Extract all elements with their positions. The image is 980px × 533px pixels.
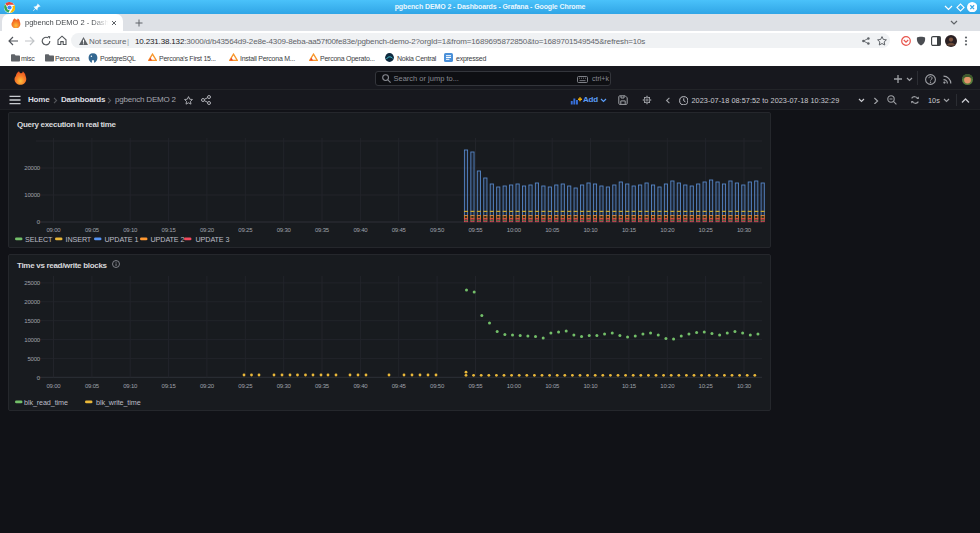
svg-text:09:25: 09:25	[238, 227, 253, 233]
svg-text:10:15: 10:15	[622, 383, 637, 389]
svg-text:blk_read_time: blk_read_time	[24, 398, 68, 407]
svg-text:10:15: 10:15	[622, 227, 637, 233]
svg-text:09:15: 09:15	[162, 227, 177, 233]
svg-text:10:20: 10:20	[660, 383, 675, 389]
svg-text:10:30: 10:30	[737, 383, 752, 389]
svg-text:UPDATE 1: UPDATE 1	[105, 235, 139, 244]
svg-text:25000: 25000	[24, 280, 41, 286]
svg-text:UPDATE 2: UPDATE 2	[151, 235, 185, 244]
svg-text:09:45: 09:45	[392, 227, 407, 233]
svg-text:09:55: 09:55	[468, 383, 483, 389]
svg-text:10:25: 10:25	[699, 383, 714, 389]
svg-text:10:25: 10:25	[699, 227, 714, 233]
svg-text:blk_write_time: blk_write_time	[96, 398, 141, 407]
svg-text:SELECT: SELECT	[25, 235, 53, 244]
svg-text:09:15: 09:15	[162, 383, 177, 389]
svg-text:09:50: 09:50	[430, 383, 445, 389]
svg-text:09:20: 09:20	[200, 383, 215, 389]
svg-text:10000: 10000	[24, 337, 41, 343]
svg-text:UPDATE 3: UPDATE 3	[196, 235, 230, 244]
svg-text:09:10: 09:10	[123, 227, 138, 233]
svg-text:09:50: 09:50	[430, 227, 445, 233]
svg-text:09:40: 09:40	[353, 383, 368, 389]
svg-text:10:00: 10:00	[507, 227, 522, 233]
svg-text:09:05: 09:05	[85, 227, 100, 233]
svg-text:10:10: 10:10	[583, 383, 598, 389]
svg-text:09:40: 09:40	[353, 227, 368, 233]
svg-text:09:05: 09:05	[85, 383, 100, 389]
svg-text:09:10: 09:10	[123, 383, 138, 389]
svg-text:09:00: 09:00	[46, 227, 61, 233]
svg-text:20000: 20000	[24, 299, 41, 305]
svg-text:09:30: 09:30	[277, 227, 292, 233]
svg-text:15000: 15000	[24, 318, 41, 324]
svg-text:10:20: 10:20	[660, 227, 675, 233]
svg-text:5000: 5000	[27, 356, 40, 362]
svg-text:09:25: 09:25	[238, 383, 253, 389]
svg-text:10:05: 10:05	[545, 383, 560, 389]
svg-text:INSERT: INSERT	[66, 235, 92, 244]
svg-text:10:00: 10:00	[507, 383, 522, 389]
svg-text:09:35: 09:35	[315, 383, 330, 389]
svg-text:10:10: 10:10	[583, 227, 598, 233]
svg-text:10:05: 10:05	[545, 227, 560, 233]
svg-text:09:00: 09:00	[46, 383, 61, 389]
svg-text:10:30: 10:30	[737, 227, 752, 233]
svg-text:09:35: 09:35	[315, 227, 330, 233]
svg-text:09:45: 09:45	[392, 383, 407, 389]
svg-text:09:30: 09:30	[277, 383, 292, 389]
svg-text:09:20: 09:20	[200, 227, 215, 233]
svg-text:10000: 10000	[24, 192, 41, 198]
svg-text:09:55: 09:55	[468, 227, 483, 233]
svg-text:20000: 20000	[24, 165, 41, 171]
